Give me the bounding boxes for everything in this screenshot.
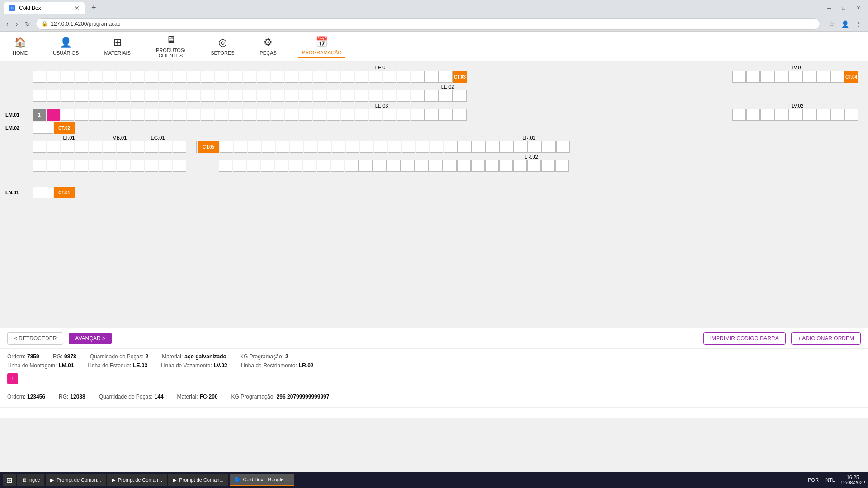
cell[interactable]: [732, 109, 746, 121]
cell[interactable]: [173, 141, 186, 153]
cell[interactable]: [234, 141, 247, 153]
cell[interactable]: [327, 90, 340, 102]
ln01-blank[interactable]: [33, 187, 53, 198]
cell[interactable]: [271, 90, 284, 102]
cell[interactable]: [33, 71, 46, 83]
cell[interactable]: [271, 109, 284, 121]
cell[interactable]: [271, 71, 284, 83]
cell[interactable]: [401, 160, 415, 172]
cell[interactable]: [285, 90, 298, 102]
cell[interactable]: [173, 160, 186, 172]
reload-button[interactable]: ↻: [23, 19, 32, 29]
cell[interactable]: [145, 109, 158, 121]
cell[interactable]: [499, 160, 513, 172]
cell[interactable]: [774, 109, 788, 121]
cell[interactable]: [444, 141, 458, 153]
taskbar-item-1[interactable]: ▶ Prompt de Coman...: [46, 474, 105, 486]
cell[interactable]: [201, 71, 214, 83]
cell[interactable]: [383, 90, 396, 102]
cell[interactable]: [313, 71, 326, 83]
cell[interactable]: [453, 90, 467, 102]
cell[interactable]: [159, 109, 172, 121]
cell[interactable]: [485, 160, 499, 172]
cell[interactable]: [290, 141, 303, 153]
bookmark-button[interactable]: ☆: [827, 19, 837, 29]
maximize-button[interactable]: □: [839, 3, 849, 13]
cell[interactable]: [341, 90, 354, 102]
cell[interactable]: [61, 141, 74, 153]
cell[interactable]: [131, 71, 144, 83]
cell[interactable]: [425, 109, 439, 121]
cell[interactable]: [746, 109, 760, 121]
cell[interactable]: [299, 71, 312, 83]
cell[interactable]: [243, 109, 256, 121]
cell[interactable]: [332, 141, 345, 153]
cell[interactable]: [383, 71, 396, 83]
cell[interactable]: [416, 141, 429, 153]
cell[interactable]: [732, 71, 746, 83]
cell[interactable]: [317, 160, 330, 172]
pink-cell-1[interactable]: [47, 109, 60, 121]
forward-button[interactable]: ›: [14, 19, 20, 29]
cell[interactable]: [369, 109, 382, 121]
menu-button[interactable]: ⋮: [854, 19, 863, 29]
cell[interactable]: [61, 160, 74, 172]
cell[interactable]: [145, 90, 158, 102]
ct05-cell[interactable]: CT.05: [198, 141, 219, 153]
cell[interactable]: [774, 71, 788, 83]
taskbar-item-0[interactable]: 🖥 ngcc: [17, 474, 44, 486]
cell[interactable]: [215, 90, 228, 102]
cell[interactable]: [47, 71, 60, 83]
cell[interactable]: [131, 90, 144, 102]
cell[interactable]: [243, 90, 256, 102]
cell[interactable]: [103, 141, 116, 153]
cell[interactable]: [275, 160, 288, 172]
cell[interactable]: [439, 109, 453, 121]
retroceder-button[interactable]: < RETROCEDER: [7, 332, 63, 345]
cell[interactable]: [145, 160, 158, 172]
cell[interactable]: [411, 71, 425, 83]
cell[interactable]: [33, 160, 46, 172]
cell[interactable]: [458, 141, 472, 153]
cell[interactable]: [472, 141, 486, 153]
cell[interactable]: [220, 141, 233, 153]
cell[interactable]: [397, 90, 410, 102]
cell[interactable]: [173, 90, 186, 102]
cell[interactable]: [397, 71, 410, 83]
cell[interactable]: [457, 160, 471, 172]
cell[interactable]: [360, 141, 373, 153]
cell[interactable]: [844, 109, 858, 121]
cell[interactable]: [103, 71, 116, 83]
cell[interactable]: [89, 90, 102, 102]
cell[interactable]: [387, 160, 401, 172]
cell[interactable]: [304, 141, 317, 153]
minimize-button[interactable]: ─: [824, 3, 835, 13]
cell[interactable]: [89, 160, 102, 172]
cell[interactable]: [760, 71, 774, 83]
profile-button[interactable]: 👤: [840, 19, 851, 29]
cell[interactable]: [145, 71, 158, 83]
nav-home[interactable]: 🏠 HOME: [9, 35, 31, 57]
taskbar-item-4[interactable]: 🔵 Cold Box - Google ...: [230, 474, 294, 486]
cell[interactable]: [159, 141, 172, 153]
cell[interactable]: [513, 160, 527, 172]
cell[interactable]: [369, 90, 382, 102]
cell[interactable]: [439, 71, 453, 83]
cell[interactable]: [303, 160, 316, 172]
cell[interactable]: [425, 90, 439, 102]
cell[interactable]: [89, 109, 102, 121]
cell[interactable]: [117, 90, 130, 102]
cell[interactable]: [187, 90, 200, 102]
cell[interactable]: [247, 160, 260, 172]
cell[interactable]: [89, 71, 102, 83]
cell[interactable]: [201, 109, 214, 121]
cell[interactable]: [411, 109, 425, 121]
cell[interactable]: [75, 71, 88, 83]
cell[interactable]: [788, 71, 802, 83]
cell[interactable]: [257, 90, 270, 102]
nav-setores[interactable]: ◎ SETORES: [207, 35, 238, 57]
cell[interactable]: [355, 71, 368, 83]
cell[interactable]: [439, 90, 453, 102]
cell[interactable]: [61, 109, 74, 121]
cell[interactable]: [215, 109, 228, 121]
